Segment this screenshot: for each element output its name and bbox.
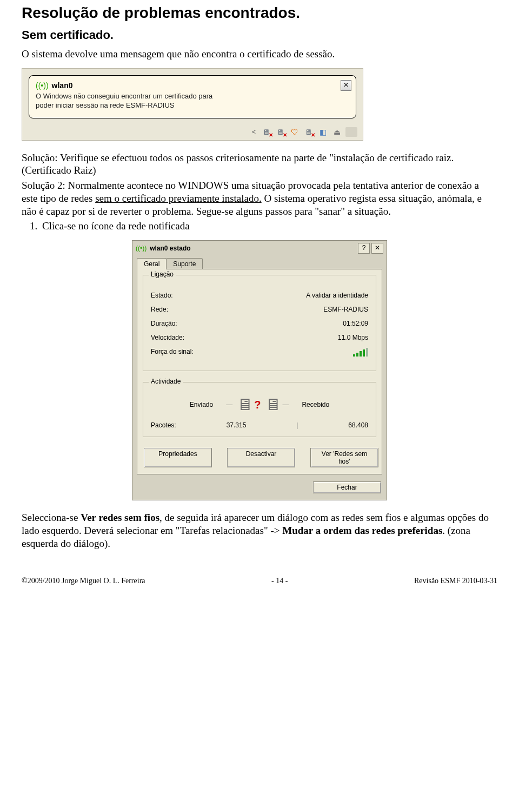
- value-pacotes-enviado: 37.315: [227, 421, 247, 429]
- value-velocidade: 11.0 Mbps: [338, 334, 368, 341]
- tab-suporte[interactable]: Suporte: [166, 258, 203, 269]
- tray-safe-remove-icon[interactable]: ⏏: [331, 127, 342, 137]
- paragraph-solucao1: Solução: Verifique se efectuou todos os …: [22, 151, 497, 177]
- group-actividade: Actividade Enviado — 🖥 ? 🖥 — Recebido Pa…: [143, 382, 376, 437]
- desactivar-button[interactable]: Desactivar: [227, 448, 295, 467]
- signal-bars-icon: [353, 348, 368, 357]
- dialog-help-button[interactable]: ?: [358, 243, 370, 254]
- antenna-icon: ((•)): [136, 245, 147, 252]
- system-tray: < 🖥✕ 🖥✕ 🛡 🖥✕ ◧ ⏏: [22, 125, 363, 140]
- label-enviado: Enviado: [190, 401, 213, 408]
- footer-page-number: - 14 -: [271, 577, 288, 585]
- label-rede: Rede:: [151, 306, 168, 313]
- tray-shield-icon[interactable]: 🛡: [289, 127, 300, 137]
- label-forca-sinal: Força do sinal:: [151, 348, 194, 357]
- balloon-title: wlan0: [52, 81, 73, 90]
- label-pacotes: Pacotes:: [151, 421, 176, 429]
- tray-network-error-icon[interactable]: 🖥✕: [275, 127, 286, 137]
- heading-resolucao: Resolução de problemas encontrados.: [22, 4, 497, 22]
- antenna-icon: ((•)): [36, 81, 49, 90]
- paragraph-solucao2: Solução 2: Normalmente acontece no WINDO…: [22, 179, 497, 217]
- balloon-message-line2: poder iniciar sessão na rede ESMF-RADIUS: [36, 101, 307, 110]
- value-duracao: 01:52:09: [343, 320, 368, 327]
- footer-copyright: ©2009/2010 Jorge Miguel O. L. Ferreira: [22, 577, 145, 585]
- ver-redes-button[interactable]: Ver 'Redes sem fios': [310, 448, 378, 467]
- steps-list-item: Clica-se no ícone da rede notificada: [40, 220, 497, 233]
- dialog-close-button[interactable]: ✕: [371, 243, 383, 254]
- dialog-tabstrip: Geral Suporte: [132, 256, 387, 269]
- heading-sem-certificado: Sem certificado.: [22, 28, 497, 42]
- paragraph-selecciona: Selecciona-se Ver redes sem fios, de seg…: [22, 511, 497, 550]
- label-estado: Estado:: [151, 292, 173, 299]
- value-pacotes-recebido: 68.408: [348, 421, 368, 429]
- fechar-button[interactable]: Fechar: [313, 481, 381, 493]
- steps-list: Clica-se no ícone da rede notificada: [40, 220, 497, 233]
- value-estado: A validar a identidade: [306, 292, 368, 299]
- label-velocidade: Velocidade:: [151, 334, 184, 341]
- packets-divider: |: [296, 421, 298, 429]
- label-duracao: Duração:: [151, 320, 177, 327]
- balloon-screenshot: ((•)) wlan0 O Windows não conseguiu enco…: [22, 68, 363, 141]
- balloon-message-line1: O Windows não conseguiu encontrar um cer…: [36, 92, 307, 101]
- tray-network-error-icon[interactable]: 🖥✕: [303, 127, 314, 137]
- group-ligacao-legend: Ligação: [149, 270, 176, 278]
- tray-network-error-icon[interactable]: 🖥✕: [261, 127, 272, 137]
- wlan-status-dialog: ((•)) wlan0 estado ? ✕ Geral Suporte Lig…: [132, 240, 387, 500]
- propriedades-button[interactable]: Propriedades: [144, 448, 212, 467]
- page-footer: ©2009/2010 Jorge Miguel O. L. Ferreira -…: [0, 568, 519, 599]
- balloon-close-button[interactable]: ✕: [341, 80, 351, 91]
- group-actividade-legend: Actividade: [149, 378, 183, 385]
- intro-paragraph: O sistema devolve uma mensagem que não e…: [22, 48, 497, 61]
- tray-chevron-icon: <: [252, 128, 256, 136]
- activity-screens-icon: — 🖥 ? 🖥 —: [226, 395, 289, 414]
- balloon-bubble: ((•)) wlan0 O Windows não conseguiu enco…: [29, 75, 356, 118]
- tray-show-desktop-icon[interactable]: [345, 127, 357, 137]
- tab-panel-geral: Ligação Estado: A validar a identidade R…: [137, 269, 382, 474]
- dialog-title: wlan0 estado: [150, 245, 355, 252]
- group-ligacao: Ligação Estado: A validar a identidade R…: [143, 275, 376, 371]
- tab-geral[interactable]: Geral: [137, 258, 167, 269]
- tray-db-icon[interactable]: ◧: [317, 127, 328, 137]
- label-recebido: Recebido: [302, 401, 329, 408]
- footer-revision: Revisão ESMF 2010-03-31: [414, 577, 497, 585]
- dialog-titlebar: ((•)) wlan0 estado ? ✕: [132, 241, 387, 256]
- value-rede: ESMF-RADIUS: [323, 306, 368, 313]
